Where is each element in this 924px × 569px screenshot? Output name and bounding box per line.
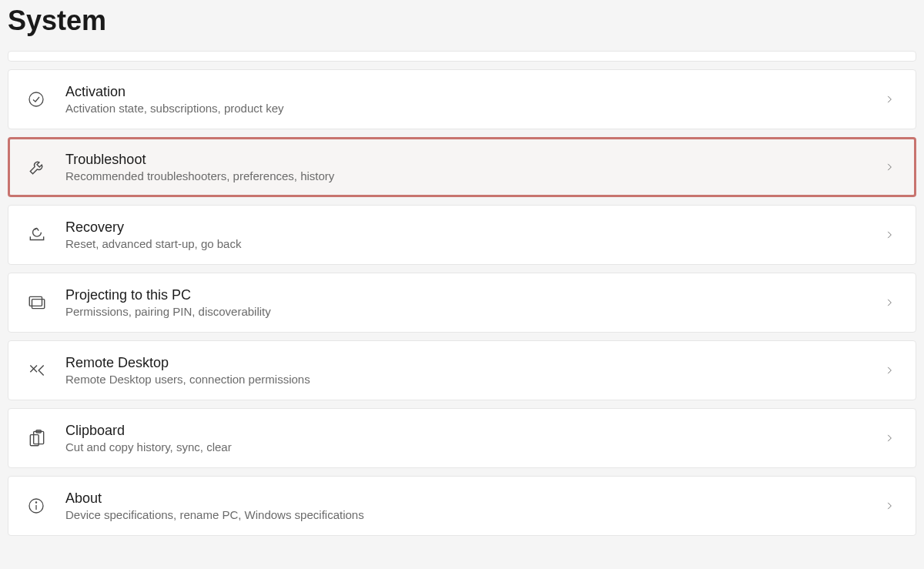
svg-point-8 [35,502,36,503]
chevron-right-icon [882,430,897,446]
row-subtitle: Recommended troubleshooters, preferences… [65,169,882,182]
svg-rect-2 [29,296,42,306]
row-title: Clipboard [65,423,882,439]
info-icon [27,496,55,516]
row-title: Activation [65,84,882,100]
row-text: Recovery Reset, advanced start-up, go ba… [65,219,882,250]
row-text: Remote Desktop Remote Desktop users, con… [65,355,882,386]
row-subtitle: Permissions, pairing PIN, discoverabilit… [65,305,882,318]
row-title: Troubleshoot [65,152,882,168]
row-title: About [65,490,882,507]
row-subtitle: Cut and copy history, sync, clear [65,440,882,454]
chevron-right-icon [882,227,897,243]
row-subtitle: Device specifications, rename PC, Window… [65,508,882,521]
chevron-right-icon [882,92,897,107]
row-subtitle: Reset, advanced start-up, go back [65,237,882,250]
row-subtitle: Activation state, subscriptions, product… [65,102,882,115]
row-title: Projecting to this PC [65,287,882,303]
row-text: Activation Activation state, subscriptio… [65,84,882,115]
check-circle-icon [27,89,55,109]
settings-row-activation[interactable]: Activation Activation state, subscriptio… [8,69,916,129]
settings-row-recovery[interactable]: Recovery Reset, advanced start-up, go ba… [8,205,916,265]
settings-list: Activation Activation state, subscriptio… [0,51,924,536]
svg-rect-1 [32,300,45,309]
chevron-right-icon [882,295,897,310]
row-title: Recovery [65,219,882,236]
remote-icon [27,360,55,380]
recovery-icon [27,225,55,245]
chevron-right-icon [882,159,897,175]
partial-row-top[interactable] [8,51,916,62]
settings-row-remote-desktop[interactable]: Remote Desktop Remote Desktop users, con… [8,340,916,400]
settings-row-troubleshoot[interactable]: Troubleshoot Recommended troubleshooters… [8,137,916,197]
svg-point-0 [29,92,43,106]
page-title: System [0,0,924,51]
row-text: Clipboard Cut and copy history, sync, cl… [65,423,882,454]
wrench-icon [27,157,55,177]
chevron-right-icon [882,498,897,514]
row-subtitle: Remote Desktop users, connection permiss… [65,373,882,386]
chevron-right-icon [882,363,897,378]
clipboard-icon [27,428,55,448]
settings-row-clipboard[interactable]: Clipboard Cut and copy history, sync, cl… [8,408,916,468]
row-text: Projecting to this PC Permissions, pairi… [65,287,882,318]
row-text: Troubleshoot Recommended troubleshooters… [65,152,882,182]
settings-row-about[interactable]: About Device specifications, rename PC, … [8,476,916,536]
settings-row-projecting[interactable]: Projecting to this PC Permissions, pairi… [8,273,916,333]
project-icon [27,293,55,313]
row-title: Remote Desktop [65,355,882,371]
row-text: About Device specifications, rename PC, … [65,490,882,521]
